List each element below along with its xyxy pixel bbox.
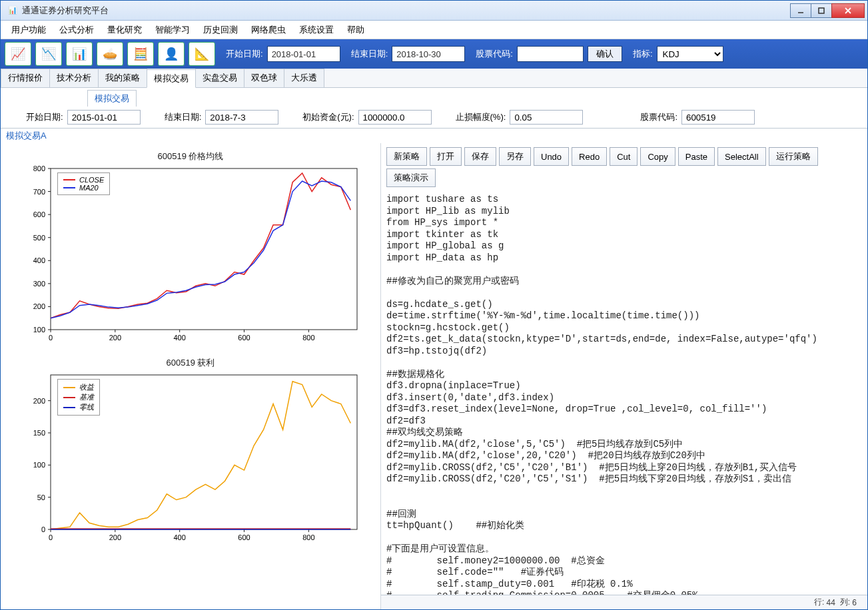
toolbar-end-label: 结束日期: (351, 48, 388, 60)
editor-btn-7[interactable]: Copy (640, 147, 675, 166)
svg-text:600: 600 (238, 533, 250, 541)
sub-tab[interactable]: 模拟交易 (87, 90, 137, 107)
svg-text:800: 800 (302, 334, 314, 342)
menubar: 用户功能公式分析量化研究智能学习历史回测网络爬虫系统设置帮助 (1, 21, 867, 39)
param-end-label: 结束日期: (165, 111, 202, 123)
param-start-label: 开始日期: (26, 111, 63, 123)
tab-4[interactable]: 实盘交易 (195, 69, 244, 87)
toolbar-icon-7[interactable]: 📐 (189, 42, 215, 66)
sub-tab-row: 模拟交易 (1, 88, 867, 107)
svg-text:200: 200 (109, 334, 121, 342)
menu-item-2[interactable]: 量化研究 (102, 23, 147, 37)
editor-btn-9[interactable]: SelectAll (717, 147, 766, 166)
app-icon: 📊 (7, 5, 18, 16)
param-row: 开始日期: 结束日期: 初始资金(元): 止损幅度(%): 股票代码: (1, 107, 867, 128)
svg-text:600519  获利: 600519 获利 (167, 358, 215, 368)
menu-item-5[interactable]: 网络爬虫 (246, 23, 291, 37)
chart: 600519 价格均线10020030040050060070080002004… (14, 150, 374, 350)
svg-text:50: 50 (37, 493, 45, 501)
param-stock-label: 股票代码: (640, 111, 677, 123)
param-stock-input[interactable] (681, 110, 755, 125)
toolbar-start-input[interactable] (267, 46, 340, 62)
toolbar-icon-3[interactable]: 📊 (66, 42, 93, 66)
param-start-input[interactable] (67, 110, 141, 125)
code-editor[interactable]: import tushare as ts import HP_lib as my… (381, 191, 867, 595)
status-col-label: 列: (840, 597, 850, 608)
confirm-button[interactable]: 确认 (588, 46, 622, 62)
menu-item-0[interactable]: 用户功能 (6, 23, 51, 37)
tab-5[interactable]: 双色球 (244, 69, 284, 87)
param-cap-input[interactable] (358, 110, 432, 125)
toolbar-icon-2[interactable]: 📉 (35, 42, 62, 66)
editor-btn-5[interactable]: Redo (572, 147, 607, 166)
tab-3[interactable]: 模拟交易 (147, 69, 196, 88)
toolbar-stock-label: 股票代码: (476, 48, 513, 60)
svg-text:400: 400 (174, 533, 186, 541)
maximize-button[interactable] (811, 3, 832, 18)
main-tabs: 行情报价技术分析我的策略模拟交易实盘交易双色球大乐透 (1, 69, 867, 88)
svg-text:100: 100 (33, 461, 45, 469)
editor-btn-4[interactable]: Undo (534, 147, 569, 166)
editor-btn-0[interactable]: 新策略 (386, 147, 427, 166)
svg-text:800: 800 (33, 164, 45, 172)
status-line-value: 44 (827, 598, 835, 607)
tab-1[interactable]: 技术分析 (49, 69, 99, 87)
svg-text:400: 400 (33, 256, 45, 264)
param-stop-label: 止损幅度(%): (456, 111, 506, 123)
main-toolbar: 📈 📉 📊 🥧 🧮 👤 📐 开始日期: 结束日期: 股票代码: 确认 指标: K… (1, 39, 867, 69)
svg-text:800: 800 (302, 533, 314, 541)
tab-0[interactable]: 行情报价 (1, 69, 50, 87)
editor-btn-10[interactable]: 运行策略 (769, 147, 818, 166)
titlebar: 📊 通通证券分析研究平台 (1, 1, 867, 21)
toolbar-icon-1[interactable]: 📈 (5, 42, 31, 66)
menu-item-4[interactable]: 历史回测 (198, 23, 243, 37)
param-end-input[interactable] (205, 110, 278, 125)
close-button[interactable] (831, 3, 865, 18)
menu-item-7[interactable]: 帮助 (342, 23, 370, 37)
toolbar-icon-5[interactable]: 🧮 (127, 42, 154, 66)
section-label: 模拟交易A (1, 129, 867, 143)
svg-text:0: 0 (41, 525, 45, 533)
toolbar-indicator-label: 指标: (633, 48, 653, 60)
editor-btn-1[interactable]: 打开 (430, 147, 462, 166)
toolbar-end-input[interactable] (392, 46, 465, 62)
svg-text:600519  价格均线: 600519 价格均线 (158, 151, 224, 161)
toolbar-icon-6[interactable]: 👤 (158, 42, 185, 66)
param-cap-label: 初始资金(元): (302, 111, 354, 123)
svg-text:200: 200 (109, 533, 121, 541)
chart: 600519 获利0501001502000200400600800收益基准零线 (14, 356, 374, 549)
editor-toolbar: 新策略打开保存另存UndoRedoCutCopyPasteSelectAll运行… (381, 143, 867, 191)
svg-text:0: 0 (49, 334, 53, 342)
editor-btn-11[interactable]: 策略演示 (386, 168, 436, 187)
status-line-label: 行: (814, 597, 824, 608)
editor-btn-8[interactable]: Paste (678, 147, 715, 166)
svg-text:200: 200 (33, 397, 45, 405)
app-title: 通通证券分析研究平台 (22, 5, 791, 17)
toolbar-stock-input[interactable] (517, 46, 584, 62)
svg-text:600: 600 (33, 210, 45, 218)
toolbar-icon-4[interactable]: 🥧 (97, 42, 123, 66)
menu-item-1[interactable]: 公式分析 (54, 23, 99, 37)
svg-text:700: 700 (33, 188, 45, 196)
svg-text:100: 100 (33, 326, 45, 334)
minimize-button[interactable] (790, 3, 811, 18)
charts-pane: 600519 价格均线10020030040050060070080002004… (1, 143, 380, 609)
menu-item-3[interactable]: 智能学习 (150, 23, 195, 37)
editor-btn-3[interactable]: 另存 (499, 147, 531, 166)
tab-2[interactable]: 我的策略 (98, 69, 147, 87)
svg-text:600: 600 (238, 334, 250, 342)
svg-rect-1 (819, 8, 824, 13)
toolbar-start-label: 开始日期: (226, 48, 263, 60)
tab-6[interactable]: 大乐透 (284, 69, 324, 87)
svg-text:0: 0 (49, 533, 53, 541)
editor-pane: 新策略打开保存另存UndoRedoCutCopyPasteSelectAll运行… (380, 143, 867, 609)
svg-text:150: 150 (33, 429, 45, 437)
menu-item-6[interactable]: 系统设置 (294, 23, 339, 37)
param-stop-input[interactable] (510, 110, 583, 125)
editor-btn-6[interactable]: Cut (610, 147, 638, 166)
statusbar: 行: 44 列: 6 (381, 595, 867, 609)
editor-btn-2[interactable]: 保存 (464, 147, 496, 166)
svg-text:200: 200 (33, 302, 45, 310)
indicator-select[interactable]: KDJ (657, 46, 723, 62)
svg-text:300: 300 (33, 280, 45, 288)
